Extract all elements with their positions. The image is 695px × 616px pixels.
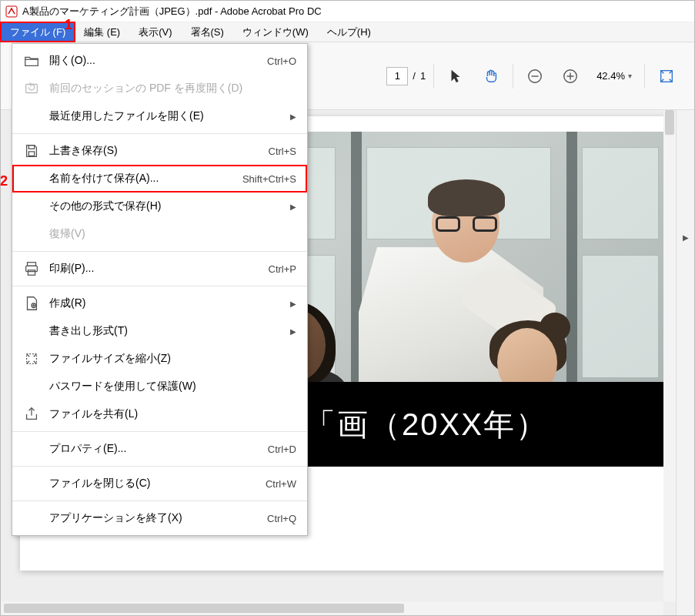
- menu-item-label: 書き出し形式(T): [43, 324, 296, 338]
- menu-item-save-as[interactable]: 名前を付けて保存(A)... Shift+Ctrl+S: [12, 165, 307, 192]
- chevron-right-icon: ▶: [683, 233, 689, 242]
- window-title: A製品のマーケティング計画（JPEG）.pdf - Adobe Acrobat …: [22, 5, 322, 18]
- menu-item-label: ファイルサイズを縮小(Z): [43, 352, 296, 366]
- menu-item-accelerator: Ctrl+O: [267, 55, 296, 67]
- menu-item-label: 作成(R): [43, 296, 296, 310]
- menu-item-label: プロパティ(E)...: [43, 442, 268, 456]
- menu-item-protect[interactable]: パスワードを使用して保護(W): [12, 373, 307, 400]
- folder-open-icon: [20, 52, 43, 69]
- vertical-scrollbar[interactable]: [663, 110, 676, 601]
- tools-pane-collapsed[interactable]: ▶: [676, 110, 694, 615]
- document-title-text: 「画（20XX年）: [305, 403, 548, 446]
- separator: [433, 64, 434, 89]
- menu-item-create[interactable]: 作成(R): [12, 290, 307, 317]
- menu-item-save[interactable]: 上書き保存(S) Ctrl+S: [12, 137, 307, 165]
- acrobat-icon: [5, 5, 18, 18]
- menu-item-reduce-size[interactable]: ファイルサイズを縮小(Z): [12, 345, 307, 373]
- menu-item-accelerator: Ctrl+P: [269, 263, 296, 275]
- horizontal-scrollbar[interactable]: [1, 601, 663, 615]
- separator: [644, 64, 645, 89]
- menu-item-accelerator: Ctrl+W: [266, 478, 296, 490]
- hand-icon: [483, 68, 500, 85]
- menu-item-label: 上書き保存(S): [43, 144, 269, 158]
- menu-item-label: ファイルを閉じる(C): [43, 477, 266, 490]
- menu-file[interactable]: ファイル (F): [1, 22, 75, 42]
- vertical-scrollbar-thumb[interactable]: [665, 110, 674, 135]
- svg-rect-9: [28, 152, 34, 156]
- menu-item-label: 名前を付けて保存(A)...: [43, 172, 242, 186]
- fit-page-button[interactable]: [653, 62, 680, 90]
- menu-item-label: 前回のセッションの PDF を再度開く(D): [43, 82, 296, 95]
- pan-tool-button[interactable]: [477, 62, 505, 90]
- menubar: ファイル (F) 編集 (E) 表示(V) 署名(S) ウィンドウ(W) ヘルプ…: [1, 22, 694, 42]
- menu-item-label: 開く(O)...: [43, 54, 267, 68]
- menu-item-print[interactable]: 印刷(P)... Ctrl+P: [12, 255, 307, 283]
- compress-icon: [20, 350, 43, 367]
- zoom-in-button[interactable]: [556, 62, 584, 90]
- menu-item-accelerator: Ctrl+Q: [267, 513, 296, 524]
- menu-view[interactable]: 表示(V): [129, 22, 181, 42]
- menu-item-save-other[interactable]: その他の形式で保存(H): [12, 192, 307, 220]
- menu-item-close-file[interactable]: ファイルを閉じる(C) Ctrl+W: [12, 470, 307, 497]
- menu-sign[interactable]: 署名(S): [182, 22, 233, 42]
- menu-separator: [12, 133, 307, 134]
- menu-edit[interactable]: 編集 (E): [75, 22, 129, 42]
- menu-item-accelerator: Shift+Ctrl+S: [242, 173, 296, 185]
- titlebar: A製品のマーケティング計画（JPEG）.pdf - Adobe Acrobat …: [1, 1, 694, 22]
- menu-item-accelerator: Ctrl+D: [268, 444, 296, 455]
- save-icon: [20, 142, 43, 159]
- menu-separator: [12, 286, 307, 286]
- menu-item-accelerator: Ctrl+S: [269, 146, 296, 157]
- menu-separator: [12, 251, 307, 252]
- menu-item-label: アプリケーションを終了(X): [43, 511, 267, 525]
- menu-item-recent-files[interactable]: 最近使用したファイルを開く(E): [12, 102, 307, 130]
- zoom-out-button[interactable]: [521, 62, 549, 90]
- menu-item-exit[interactable]: アプリケーションを終了(X) Ctrl+Q: [12, 504, 307, 532]
- zoom-in-icon: [562, 68, 579, 85]
- page-total: 1: [420, 70, 426, 82]
- create-pdf-icon: [20, 295, 43, 312]
- menu-item-share[interactable]: ファイルを共有(L): [12, 400, 307, 428]
- page-current-input[interactable]: [386, 67, 408, 85]
- menu-item-label: ファイルを共有(L): [43, 407, 296, 421]
- menu-item-label: その他の形式で保存(H): [43, 199, 296, 213]
- menu-item-open[interactable]: 開く(O)... Ctrl+O: [12, 47, 307, 75]
- chevron-down-icon: ▾: [628, 72, 632, 80]
- menu-separator: [12, 466, 307, 467]
- svg-rect-12: [28, 270, 35, 275]
- share-icon: [20, 406, 43, 423]
- toolbar-right-group: / 1 42.4% ▾: [386, 57, 694, 95]
- menu-item-label: パスワードを使用して保護(W): [43, 380, 296, 393]
- menu-separator: [12, 500, 307, 501]
- print-icon: [20, 260, 43, 277]
- menu-item-revert: 復帰(V): [12, 220, 307, 248]
- menu-item-label: 復帰(V): [43, 227, 296, 241]
- page-indicator: / 1: [386, 67, 426, 85]
- svg-rect-10: [28, 263, 36, 266]
- file-menu-dropdown: 開く(O)... Ctrl+O 前回のセッションの PDF を再度開く(D) 最…: [12, 43, 308, 536]
- svg-rect-7: [26, 85, 38, 93]
- menu-item-label: 最近使用したファイルを開く(E): [43, 109, 296, 123]
- menu-window[interactable]: ウィンドウ(W): [233, 22, 318, 42]
- page-separator: /: [413, 70, 416, 82]
- menu-help[interactable]: ヘルプ(H): [318, 22, 380, 42]
- menu-item-reopen-session: 前回のセッションの PDF を再度開く(D): [12, 75, 307, 102]
- fit-page-icon: [658, 68, 675, 85]
- cursor-icon: [447, 68, 464, 85]
- zoom-out-icon: [526, 68, 543, 85]
- history-icon: [20, 80, 43, 97]
- menu-separator: [12, 431, 307, 432]
- svg-rect-8: [28, 146, 34, 149]
- menu-item-label: 印刷(P)...: [43, 262, 269, 276]
- zoom-percent-label: 42.4%: [596, 70, 625, 82]
- zoom-percent-dropdown[interactable]: 42.4% ▾: [592, 70, 637, 82]
- menu-item-export[interactable]: 書き出し形式(T): [12, 317, 307, 345]
- menu-item-properties[interactable]: プロパティ(E)... Ctrl+D: [12, 435, 307, 463]
- horizontal-scrollbar-thumb[interactable]: [4, 604, 404, 613]
- separator: [513, 64, 513, 89]
- select-tool-button[interactable]: [442, 62, 469, 90]
